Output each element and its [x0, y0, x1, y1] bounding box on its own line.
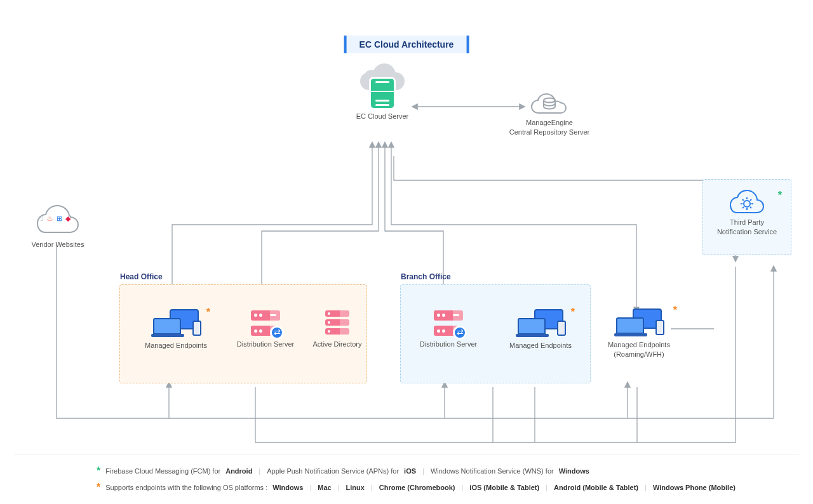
svg-line-24 — [750, 207, 751, 208]
footer-os-linux: Linux — [346, 484, 365, 491]
endpoints-icon — [518, 309, 563, 337]
database-cloud-icon — [530, 89, 568, 114]
footer-os-wp: Windows Phone (Mobile) — [653, 484, 736, 491]
roaming-endpoints-label-1: Managed Endpoints — [601, 340, 677, 350]
orange-asterisk-icon — [570, 307, 574, 321]
central-repo-node: ManageEngine Central Repository Server — [502, 89, 597, 137]
head-managed-endpoints-node: Managed Endpoints — [138, 309, 214, 350]
footer-apns-text: Apple Push Notification Service (APNs) f… — [267, 467, 399, 475]
distribution-server-icon: ⇄ — [251, 310, 280, 336]
head-office-title: Head Office — [120, 272, 163, 281]
green-asterisk-icon — [777, 190, 781, 204]
tpn-label-1: Third Party — [703, 218, 791, 227]
roaming-endpoints-label-2: (Roaming/WFH) — [601, 350, 677, 359]
branch-distribution-server-label: Distribution Server — [413, 340, 483, 349]
branch-managed-endpoints-label: Managed Endpoints — [502, 341, 579, 350]
footer-windows: Windows — [559, 467, 589, 475]
windows-icon: ⊞ — [57, 214, 62, 223]
footer-wns-text: Windows Notification Service (WNS) for — [431, 467, 554, 475]
svg-point-18 — [744, 201, 750, 207]
ec-cloud-server-node: EC Cloud Server — [351, 63, 414, 121]
java-icon: ♨ — [46, 213, 53, 223]
svg-point-17 — [544, 98, 555, 103]
footer-android: Android — [225, 467, 252, 475]
head-distribution-server-label: Distribution Server — [231, 340, 300, 349]
diagram-title: EC Cloud Architecture — [344, 36, 469, 53]
endpoints-icon — [616, 308, 662, 336]
orange-asterisk-icon — [672, 305, 676, 319]
footer-os-windows: Windows — [272, 484, 303, 491]
endpoints-icon — [153, 309, 199, 337]
third-party-zone: Third Party Notification Service — [702, 179, 791, 255]
orange-asterisk-icon: * — [97, 482, 100, 493]
ec-cloud-server-label: EC Cloud Server — [351, 112, 414, 121]
active-directory-node: Active Directory — [306, 310, 369, 349]
footer-os-ios: iOS (Mobile & Tablet) — [469, 484, 539, 491]
green-asterisk-icon: * — [97, 465, 100, 477]
footer-os-android: Android (Mobile & Tablet) — [554, 484, 638, 491]
diagram-canvas: EC Cloud Architecture — [0, 0, 813, 504]
branch-office-zone: Branch Office ⇄ Distribution Server Mana… — [400, 284, 591, 383]
vendor-websites-label: Vendor Websites — [29, 240, 86, 249]
central-repo-label-2: Central Repository Server — [502, 128, 597, 137]
vendor-websites-node:  ♨ ⊞ ◆ Vendor Websites — [29, 203, 86, 249]
svg-line-26 — [742, 207, 744, 208]
footer-os-chrome: Chrome (Chromebook) — [379, 484, 455, 491]
branch-office-title: Branch Office — [401, 272, 451, 281]
apple-icon:  — [41, 213, 43, 223]
head-managed-endpoints-label: Managed Endpoints — [138, 341, 214, 350]
roaming-endpoints-node: Managed Endpoints (Roaming/WFH) — [601, 308, 677, 359]
svg-line-23 — [742, 199, 744, 201]
active-directory-label: Active Directory — [306, 340, 369, 349]
adobe-icon: ◆ — [65, 214, 71, 223]
branch-distribution-server-node: ⇄ Distribution Server — [413, 310, 483, 349]
svg-line-25 — [750, 199, 751, 201]
head-distribution-server-node: ⇄ Distribution Server — [231, 310, 300, 349]
share-icon: ⇄ — [453, 326, 467, 340]
active-directory-icon — [325, 310, 349, 336]
footer-line-1: * Firebase Cloud Messaging (FCM) for And… — [14, 465, 799, 477]
branch-managed-endpoints-node: Managed Endpoints — [502, 309, 579, 350]
footer-ios: iOS — [404, 467, 416, 475]
footer-fcm-text: Firebase Cloud Messaging (FCM) for — [105, 467, 220, 475]
footer-line-2: * Supports endpoints with the following … — [14, 482, 799, 493]
tpn-label-2: Notification Service — [703, 227, 791, 237]
server-icon — [371, 79, 394, 108]
share-icon: ⇄ — [270, 326, 284, 340]
footer-legend: * Firebase Cloud Messaging (FCM) for And… — [14, 454, 799, 498]
footer-os-mac: Mac — [318, 484, 331, 491]
distribution-server-icon: ⇄ — [434, 310, 463, 336]
orange-asterisk-icon — [205, 307, 209, 321]
footer-os-prefix: Supports endpoints with the following OS… — [105, 484, 267, 491]
gear-cloud-icon — [729, 189, 765, 214]
central-repo-label-1: ManageEngine — [502, 118, 597, 128]
head-office-zone: Head Office Managed Endpoints ⇄ Distribu… — [119, 284, 367, 383]
